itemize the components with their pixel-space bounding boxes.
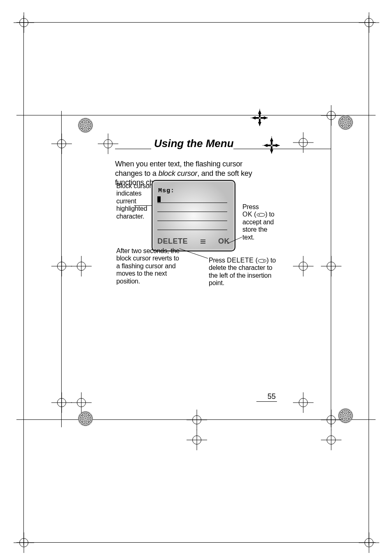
crop-line-right-outer — [369, 16, 369, 546]
svg-point-24 — [258, 259, 266, 263]
phone-screen: Msg: DELETE OK — [152, 180, 235, 251]
reg-cross — [321, 256, 341, 276]
crop-line-bottom — [16, 542, 376, 543]
callout-after-two-seconds: After two seconds, the block cursor reve… — [116, 247, 182, 285]
leader-line — [134, 205, 154, 206]
ornament-arrows — [263, 136, 281, 154]
term-block-cursor: block cursor — [158, 169, 197, 177]
reg-cross — [187, 430, 207, 450]
reg-cross — [187, 410, 207, 430]
reg-circle — [78, 118, 93, 133]
text: ( — [254, 257, 257, 264]
text: OK — [242, 211, 252, 218]
block-cursor — [157, 196, 161, 202]
callout-ok: Press OK () to accept and store the text… — [242, 203, 277, 241]
reg-cross — [71, 256, 92, 276]
svg-marker-14 — [263, 144, 267, 147]
reg-cross — [293, 392, 314, 413]
reg-cross — [51, 392, 72, 413]
rule — [233, 149, 331, 149]
svg-marker-10 — [270, 137, 273, 141]
reg-cross — [359, 12, 379, 33]
crop-line-left-outer — [23, 16, 24, 546]
reg-cross — [359, 532, 379, 553]
reg-cross — [293, 132, 314, 153]
ok-key-icon — [256, 213, 265, 217]
reg-cross — [321, 430, 341, 450]
svg-point-21 — [258, 214, 260, 216]
reg-cross — [51, 256, 72, 276]
reg-cross — [14, 12, 34, 33]
svg-marker-4 — [251, 116, 256, 120]
reg-cross — [51, 134, 72, 154]
callout-block-cursor: Block cursor indicates current highlight… — [116, 182, 153, 220]
text: DELETE — [227, 257, 254, 264]
softkey-delete[interactable]: DELETE — [157, 237, 188, 246]
screen-title: Msg: — [158, 187, 231, 194]
text: Press — [209, 257, 227, 264]
ornament-arrows — [251, 109, 269, 127]
text: Press — [242, 203, 259, 210]
svg-line-23 — [179, 249, 208, 258]
svg-line-22 — [227, 237, 242, 244]
svg-point-25 — [263, 260, 264, 262]
reg-cross — [98, 134, 118, 154]
reg-cross — [14, 532, 34, 553]
page-heading: Using the Menu — [154, 137, 234, 150]
reg-cross — [71, 392, 92, 413]
leader-line — [227, 236, 244, 244]
reg-cross — [321, 105, 341, 126]
svg-marker-0 — [258, 110, 261, 114]
reg-cross — [321, 410, 341, 430]
reg-cross — [293, 256, 314, 276]
crop-line-top — [16, 22, 376, 23]
page-number-rule — [256, 401, 277, 402]
leader-line — [178, 249, 210, 260]
callout-delete: Press DELETE () to delete the character … — [209, 257, 283, 287]
rule — [115, 149, 151, 149]
menu-icon[interactable] — [201, 239, 205, 244]
reg-circle — [78, 411, 93, 426]
text: ( — [252, 211, 256, 218]
page-number: 55 — [267, 392, 276, 401]
delete-key-icon — [258, 259, 267, 263]
svg-point-20 — [257, 213, 265, 216]
